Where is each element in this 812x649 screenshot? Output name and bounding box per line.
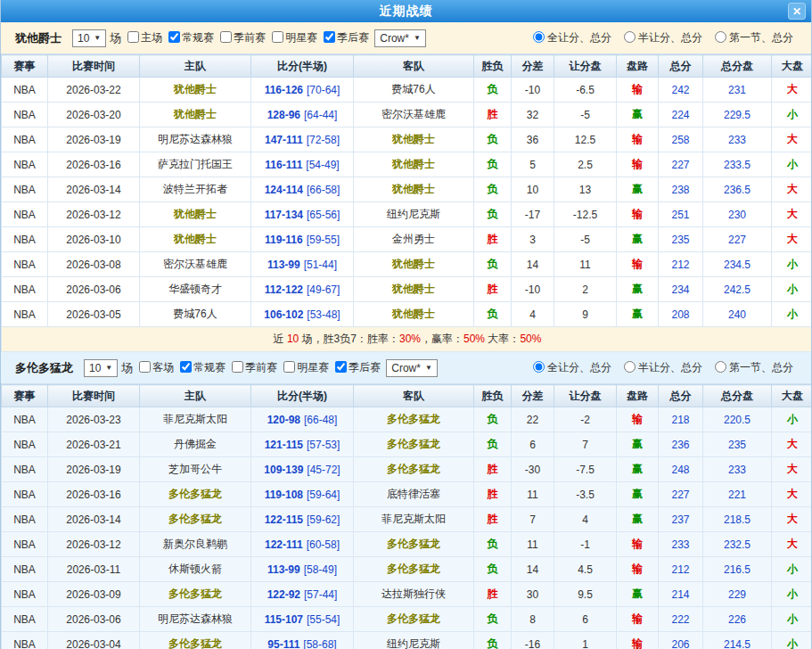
filter-checkbox-1[interactable]: 常规赛 bbox=[174, 360, 226, 375]
handicap-result-cell: 输 bbox=[617, 78, 659, 103]
over-under-cell: 小 bbox=[772, 407, 812, 432]
table-row: NBA2026-03-05费城76人106-102[53-48]犹他爵士负49赢… bbox=[2, 302, 812, 327]
filter-checkbox-2[interactable]: 季前赛 bbox=[226, 360, 277, 375]
checkbox-icon[interactable] bbox=[272, 31, 283, 43]
handicap-result-cell: 赢 bbox=[617, 432, 659, 457]
checkbox-icon[interactable] bbox=[139, 361, 151, 373]
radio-icon[interactable] bbox=[533, 31, 545, 43]
total-cell: 258 bbox=[659, 127, 703, 152]
team-filter-bar-raptors: 多伦多猛龙 10 ▼ 场 客场常规赛季前赛明星赛季后赛 Crow* ▼ 全让分、… bbox=[1, 352, 811, 384]
half-score: [55-54] bbox=[307, 613, 340, 626]
checkbox-icon[interactable] bbox=[283, 361, 295, 373]
filter-checkbox-1[interactable]: 常规赛 bbox=[162, 30, 214, 45]
score-cell: 112-122[49-67] bbox=[251, 277, 354, 302]
odds-company-select[interactable]: Crow* ▼ bbox=[374, 29, 426, 47]
filter-checkbox-2[interactable]: 季前赛 bbox=[214, 30, 266, 45]
checkbox-icon[interactable] bbox=[180, 361, 192, 373]
diff-cell: -30 bbox=[512, 457, 554, 482]
away-team-cell: 犹他爵士 bbox=[354, 252, 474, 277]
handicap-cell: -2 bbox=[554, 407, 617, 432]
radio-option-2[interactable]: 第一节、总分 bbox=[715, 360, 793, 375]
half-score: [57-53] bbox=[307, 439, 340, 451]
checkbox-icon[interactable] bbox=[324, 31, 335, 43]
away-team-cell: 犹他爵士 bbox=[354, 277, 474, 302]
radio-icon[interactable] bbox=[624, 361, 636, 373]
filter-checkbox-3[interactable]: 明星赛 bbox=[266, 30, 317, 45]
half-score: [51-44] bbox=[304, 259, 337, 271]
filter-checkbox-4[interactable]: 季后赛 bbox=[329, 360, 381, 375]
diff-cell: 3 bbox=[512, 227, 554, 252]
over-under-cell: 大 bbox=[772, 127, 812, 152]
checkbox-icon[interactable] bbox=[335, 361, 347, 373]
radio-icon[interactable] bbox=[715, 361, 726, 373]
radio-option-2[interactable]: 第一节、总分 bbox=[715, 30, 793, 45]
result-cell: 胜 bbox=[474, 103, 512, 127]
full-score: 109-139 bbox=[264, 464, 303, 476]
home-team-cell: 明尼苏达森林狼 bbox=[140, 607, 251, 632]
date-cell: 2026-03-06 bbox=[48, 607, 140, 632]
score-cell: 117-134[65-56] bbox=[251, 202, 354, 227]
home-team-cell: 休斯顿火箭 bbox=[140, 557, 251, 582]
checkbox-icon[interactable] bbox=[232, 361, 243, 373]
checkbox-icon[interactable] bbox=[168, 31, 180, 43]
over-under-cell: 大 bbox=[772, 227, 812, 252]
total-cell: 227 bbox=[659, 482, 703, 507]
over-under-cell: 小 bbox=[772, 252, 812, 277]
radio-icon[interactable] bbox=[624, 31, 636, 43]
total-line-cell: 233 bbox=[703, 127, 772, 152]
over-under-cell: 大 bbox=[772, 457, 812, 482]
filter-checkbox-group: 主场常规赛季前赛明星赛季后赛 bbox=[121, 30, 369, 45]
handicap-cell: 4 bbox=[554, 507, 617, 532]
home-team-cell: 丹佛掘金 bbox=[140, 432, 251, 457]
away-team-cell: 犹他爵士 bbox=[354, 177, 474, 202]
over-under-cell: 小 bbox=[772, 302, 812, 327]
radio-option-0[interactable]: 全让分、总分 bbox=[533, 30, 611, 45]
handicap-result-cell: 输 bbox=[617, 152, 659, 177]
result-cell: 负 bbox=[474, 177, 512, 202]
filter-checkbox-0[interactable]: 主场 bbox=[121, 30, 162, 45]
league-cell: NBA bbox=[2, 152, 48, 177]
date-cell: 2026-03-06 bbox=[48, 277, 140, 302]
result-cell: 负 bbox=[474, 432, 512, 457]
chevron-down-icon: ▼ bbox=[425, 364, 432, 372]
handicap-cell: -5 bbox=[554, 103, 617, 127]
score-cell: 113-99[58-49] bbox=[251, 557, 354, 582]
radio-option-0[interactable]: 全让分、总分 bbox=[533, 360, 611, 375]
home-team-cell: 菲尼克斯太阳 bbox=[140, 407, 251, 432]
filter-checkbox-3[interactable]: 明星赛 bbox=[277, 360, 329, 375]
league-cell: NBA bbox=[2, 557, 48, 582]
away-team-cell: 多伦多猛龙 bbox=[354, 407, 474, 432]
column-header: 大盘 bbox=[772, 385, 812, 407]
score-cell: 122-92[57-44] bbox=[251, 582, 354, 607]
filter-checkbox-4[interactable]: 季后赛 bbox=[317, 30, 369, 45]
games-count-select[interactable]: 10 ▼ bbox=[84, 359, 118, 377]
games-count-select[interactable]: 10 ▼ bbox=[72, 29, 106, 47]
away-team-cell: 底特律活塞 bbox=[354, 482, 474, 507]
close-button[interactable]: ✕ bbox=[788, 3, 806, 20]
result-cell: 胜 bbox=[474, 507, 512, 532]
total-cell: 208 bbox=[659, 302, 703, 327]
league-cell: NBA bbox=[2, 507, 48, 532]
radio-option-1[interactable]: 半让分、总分 bbox=[624, 30, 702, 45]
checkbox-icon[interactable] bbox=[220, 31, 232, 43]
radio-icon[interactable] bbox=[715, 31, 726, 43]
radio-icon[interactable] bbox=[533, 361, 545, 373]
odds-company-select[interactable]: Crow* ▼ bbox=[386, 359, 438, 377]
handicap-cell: -1 bbox=[554, 532, 617, 557]
column-header: 比分(半场) bbox=[251, 55, 354, 78]
league-cell: NBA bbox=[2, 227, 48, 252]
league-cell: NBA bbox=[2, 407, 48, 432]
date-cell: 2026-03-19 bbox=[48, 127, 140, 152]
column-header: 盘路 bbox=[617, 55, 659, 78]
filter-checkbox-0[interactable]: 客场 bbox=[133, 360, 174, 375]
total-cell: 214 bbox=[659, 582, 703, 607]
filter-controls: 犹他爵士 10 ▼ 场 主场常规赛季前赛明星赛季后赛 Crow* ▼ bbox=[15, 29, 430, 47]
checkbox-icon[interactable] bbox=[127, 31, 139, 43]
column-header: 盘路 bbox=[617, 385, 659, 407]
handicap-result-cell: 输 bbox=[617, 607, 659, 632]
column-header: 胜负 bbox=[474, 385, 512, 407]
radio-option-1[interactable]: 半让分、总分 bbox=[624, 360, 702, 375]
diff-cell: -10 bbox=[512, 78, 554, 103]
handicap-cell: 1 bbox=[554, 632, 617, 649]
away-team-cell: 犹他爵士 bbox=[354, 127, 474, 152]
